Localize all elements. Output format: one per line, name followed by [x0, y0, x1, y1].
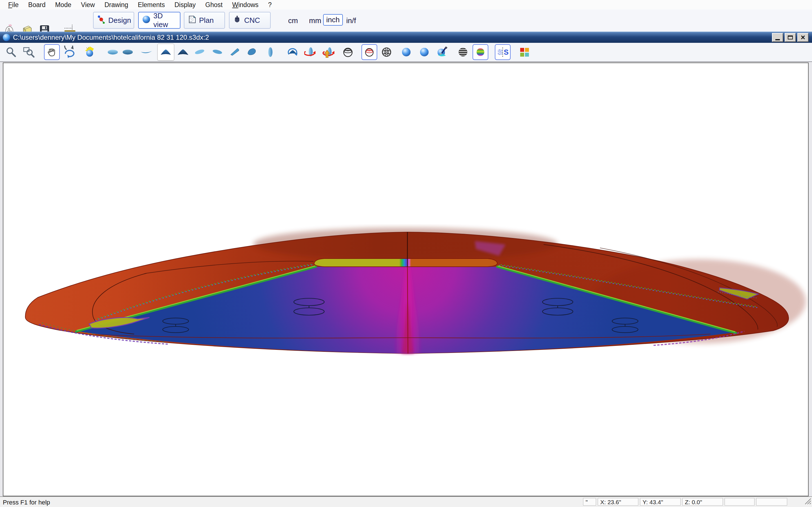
document-title-bar[interactable]: C:\users\dennery\My Documents\hotelcalif… [0, 32, 812, 43]
maximize-icon [788, 36, 793, 40]
menu-display[interactable]: Display [170, 1, 200, 9]
cnc-bit-icon [233, 15, 241, 25]
render-wireframe-slices-icon[interactable] [361, 44, 377, 60]
status-help-text: Press F1 for help [3, 499, 50, 506]
menu-help[interactable]: ? [263, 1, 276, 9]
nose-band [314, 259, 497, 267]
board-outline [26, 232, 789, 353]
minimize-button[interactable] [772, 33, 783, 42]
view-outline-bottom-icon[interactable] [121, 45, 135, 59]
status-bar: Press F1 for help " X: 23.6" Y: 43.4" Z:… [0, 496, 812, 507]
svg-text:S: S [498, 48, 502, 56]
view-back-icon[interactable] [176, 45, 190, 59]
viewport-canvas[interactable] [3, 62, 809, 496]
view-perspective-top-icon[interactable] [193, 45, 207, 59]
status-empty-field-2 [756, 498, 787, 506]
design-mode-button[interactable]: Design [93, 12, 134, 29]
status-empty-field-1 [725, 498, 755, 506]
main-toolbar: 10 Design 3D view [0, 10, 812, 32]
menu-ghost[interactable]: Ghost [200, 1, 227, 9]
render-mesh-icon[interactable] [379, 45, 394, 59]
board-bottom-surface [77, 267, 735, 353]
view-front-icon[interactable] [157, 44, 174, 61]
view-toolbar: S S [0, 43, 812, 62]
color-palette-icon[interactable] [517, 45, 531, 59]
zoom-icon[interactable] [4, 45, 18, 59]
view-perspective-nose-icon[interactable] [245, 45, 259, 59]
render-wireframe-icon[interactable] [341, 45, 355, 59]
rotate-vertical-icon[interactable] [322, 45, 336, 59]
menu-board[interactable]: Board [23, 1, 50, 9]
rotate-loop-icon[interactable] [286, 45, 300, 59]
menu-mode[interactable]: Mode [50, 1, 76, 9]
plan-mode-button[interactable]: Plan [184, 12, 225, 29]
design-icon [97, 15, 105, 25]
symmetry-compare-icon[interactable]: S S [495, 44, 511, 60]
zoom-window-icon[interactable] [22, 45, 36, 59]
cnc-mode-button[interactable]: CNC [229, 12, 271, 29]
maximize-button[interactable] [784, 33, 796, 42]
render-curvature-gray-icon[interactable] [456, 45, 470, 59]
window-controls: × [772, 33, 810, 42]
plan-doc-icon [188, 15, 196, 25]
resize-grip[interactable] [804, 497, 811, 506]
mdi-client-area [0, 62, 812, 496]
document-icon [3, 34, 10, 41]
render-shaded-icon[interactable] [417, 45, 432, 59]
menu-drawing[interactable]: Drawing [100, 1, 133, 9]
render-sanding-icon[interactable] [435, 45, 449, 59]
status-y-field: Y: 43.4" [640, 498, 680, 506]
menu-file[interactable]: File [3, 1, 23, 9]
document-title: C:\users\dennery\My Documents\hotelcalif… [13, 34, 209, 41]
pan-hand-icon[interactable] [44, 44, 60, 60]
unit-inch[interactable]: inch [323, 14, 343, 25]
plan-label: Plan [199, 16, 214, 25]
view-outline-top-icon[interactable] [106, 45, 120, 59]
light-icon[interactable] [83, 45, 97, 59]
minimize-icon [775, 39, 780, 40]
design-label: Design [108, 16, 131, 25]
sphere-3d-icon [142, 15, 151, 25]
status-z-field: Z: 0.0" [682, 498, 723, 506]
menu-view[interactable]: View [76, 1, 100, 9]
view-perspective-bottom-icon[interactable] [210, 45, 224, 59]
menu-windows[interactable]: Windows [227, 1, 263, 9]
svg-text:S: S [504, 48, 509, 56]
close-button[interactable]: × [797, 33, 809, 42]
rotate-horizontal-icon[interactable] [304, 45, 318, 59]
view-side-icon[interactable] [263, 45, 277, 59]
unit-mm[interactable]: mm [309, 16, 321, 25]
render-curvature-color-icon[interactable] [472, 44, 488, 60]
view3d-label: 3D view [153, 11, 176, 29]
status-unit-field: " [583, 498, 596, 506]
fin-plugs [163, 298, 638, 333]
shape3d-window: File Board Mode View Drawing Elements Di… [0, 0, 812, 507]
unit-cm[interactable]: cm [288, 16, 298, 25]
status-x-field: X: 23.6" [598, 498, 638, 506]
close-icon: × [801, 34, 805, 41]
menu-elements[interactable]: Elements [133, 1, 170, 9]
menu-bar: File Board Mode View Drawing Elements Di… [0, 0, 812, 10]
view-rocker-icon[interactable] [139, 45, 153, 59]
view3d-mode-button[interactable]: 3D view [138, 12, 181, 29]
rotate-3d-icon[interactable] [62, 45, 77, 59]
unit-inf[interactable]: in/f [346, 16, 356, 25]
view-perspective-tail-icon[interactable] [229, 45, 243, 59]
render-solid-icon[interactable] [399, 45, 413, 59]
cnc-label: CNC [244, 16, 260, 25]
board-3d-render [3, 62, 809, 496]
